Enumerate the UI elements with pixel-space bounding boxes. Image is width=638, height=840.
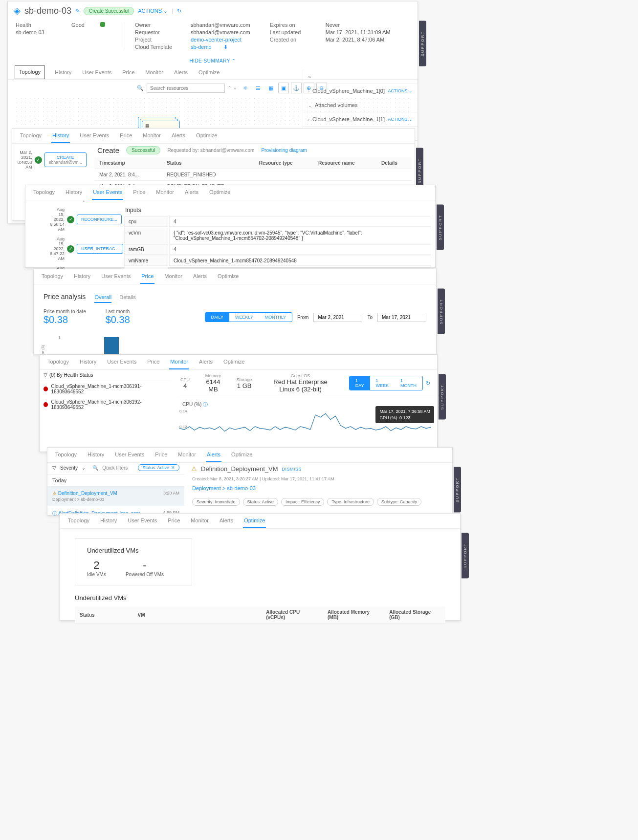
- template-link[interactable]: sb-demo: [191, 44, 212, 50]
- to-date-input[interactable]: [377, 313, 426, 322]
- collapse-up-icon[interactable]: ⌃: [50, 200, 118, 205]
- tab-optimize[interactable]: Optimize: [222, 355, 245, 369]
- support-tab[interactable]: SUPPORT: [439, 374, 446, 420]
- view-list-icon[interactable]: ☰: [253, 83, 264, 93]
- tab-monitor[interactable]: Monitor: [163, 269, 183, 284]
- tab-price[interactable]: Price: [154, 448, 168, 462]
- subtab-details[interactable]: Details: [119, 292, 136, 303]
- breadcrumb[interactable]: Deployment > sb-demo-03: [192, 485, 256, 491]
- tab-topology[interactable]: Topology: [41, 269, 64, 284]
- tab-topology[interactable]: Topology: [54, 448, 78, 462]
- tab-monitor[interactable]: Monitor: [177, 448, 197, 462]
- collapse-icon[interactable]: »: [303, 70, 418, 84]
- tab-user-events[interactable]: User Events: [81, 65, 112, 79]
- tab-alerts[interactable]: Alerts: [173, 65, 189, 79]
- tab-monitor[interactable]: Monitor: [155, 185, 175, 200]
- dismiss-button[interactable]: DISMISS: [282, 467, 302, 472]
- tab-history[interactable]: History: [54, 65, 72, 79]
- tab-history[interactable]: History: [87, 448, 105, 462]
- vm-item[interactable]: Cloud_vSphere_Machine_1-mcm306191-163093…: [40, 381, 172, 397]
- actions-menu[interactable]: ACTIONS ⌄: [138, 8, 168, 14]
- tab-optimize[interactable]: Optimize: [195, 129, 218, 143]
- edit-icon[interactable]: ✎: [75, 8, 80, 14]
- support-tab[interactable]: SUPPORT: [419, 21, 426, 66]
- tab-alerts[interactable]: Alerts: [192, 269, 208, 284]
- support-tab[interactable]: SUPPORT: [454, 467, 461, 513]
- support-tab[interactable]: SUPPORT: [437, 205, 444, 250]
- side-item[interactable]: ›Cloud_vSphere_Machine_1[0]ACTIONS ⌄: [303, 84, 418, 98]
- tab-user-events[interactable]: User Events: [79, 129, 110, 143]
- tab-optimize[interactable]: Optimize: [230, 448, 253, 462]
- vm-item[interactable]: Cloud_vSphere_Machine_1-mcm306192-163093…: [40, 397, 172, 412]
- event-item[interactable]: Aug 15, 2022,6:47:22 AM✓USER_INTERAC...: [50, 234, 118, 263]
- support-tab[interactable]: SUPPORT: [462, 533, 469, 579]
- owner-value: sbhandari@vmware.com: [191, 22, 250, 28]
- event-card[interactable]: CREATEsbhandari@vm...: [44, 152, 87, 167]
- tab-history[interactable]: History: [51, 129, 70, 143]
- side-item[interactable]: ›Cloud_vSphere_Machine_1[1]ACTIONS ⌄: [303, 112, 418, 127]
- view-graph-icon[interactable]: ⚛: [240, 83, 251, 93]
- tab-alerts[interactable]: Alerts: [206, 448, 221, 462]
- project-link[interactable]: demo-vcenter-project: [191, 37, 242, 43]
- tab-price[interactable]: Price: [167, 514, 181, 528]
- tab-topology[interactable]: Topology: [46, 355, 70, 369]
- tab-monitor[interactable]: Monitor: [169, 355, 189, 369]
- tab-optimize[interactable]: Optimize: [217, 269, 240, 284]
- tab-monitor[interactable]: Monitor: [142, 129, 162, 143]
- tab-price[interactable]: Price: [146, 355, 160, 369]
- download-icon[interactable]: ⬇: [223, 44, 228, 50]
- filter-chip[interactable]: Status: Active ✕: [138, 464, 179, 471]
- tab-history[interactable]: History: [79, 355, 97, 369]
- tab-user-events[interactable]: User Events: [100, 269, 132, 284]
- tab-monitor[interactable]: Monitor: [190, 514, 210, 528]
- subtab-overall[interactable]: Overall: [94, 292, 111, 303]
- tab-user-events[interactable]: User Events: [114, 448, 145, 462]
- tab-alerts[interactable]: Alerts: [184, 185, 199, 200]
- tab-user-events[interactable]: User Events: [106, 355, 137, 369]
- tab-price[interactable]: Price: [119, 129, 133, 143]
- poweredoff-count: -: [126, 559, 164, 572]
- anchor-icon[interactable]: ⚓: [291, 83, 302, 93]
- period-toggle[interactable]: DAILYWEEKLYMONTHLY: [205, 312, 293, 322]
- price-mtd: $0.38: [44, 314, 86, 325]
- tab-price[interactable]: Price: [140, 269, 154, 284]
- tab-user-events[interactable]: User Events: [127, 514, 158, 528]
- tab-history[interactable]: History: [73, 269, 91, 284]
- status-badge: Create Successful: [84, 7, 134, 15]
- price-title: Price analysis: [44, 293, 86, 301]
- view-grid-icon[interactable]: ▦: [265, 83, 276, 93]
- table-row[interactable]: Idle since Mar 09, 2021Cloud_vSphere_Mac…: [75, 624, 445, 626]
- tab-history[interactable]: History: [99, 514, 118, 528]
- refresh-icon[interactable]: ↻: [177, 8, 181, 14]
- health-filter[interactable]: ▽ (0) By Health Status: [40, 369, 172, 381]
- info-icon[interactable]: ⓘ: [203, 402, 208, 407]
- tab-topology[interactable]: Topology: [67, 514, 90, 528]
- support-tab[interactable]: SUPPORT: [438, 289, 445, 334]
- hide-summary-button[interactable]: HIDE SUMMARY ⌃: [8, 56, 418, 65]
- tab-topology[interactable]: Topology: [19, 129, 43, 143]
- alert-item[interactable]: ⚠ Definition_Deployment_VM3:20 AMDeploym…: [47, 487, 184, 506]
- tab-alerts[interactable]: Alerts: [198, 355, 214, 369]
- tab-optimize[interactable]: Optimize: [198, 65, 220, 79]
- filter-icon[interactable]: ▽: [52, 465, 56, 471]
- time-range-toggle[interactable]: 1 DAY1 WEEK1 MONTH: [349, 376, 423, 390]
- tab-optimize[interactable]: Optimize: [243, 514, 266, 528]
- tab-history[interactable]: History: [65, 185, 83, 200]
- event-item[interactable]: Aug 15, 2022,6:58:14 AM✓RECONFIGURE...: [50, 205, 118, 234]
- tab-topology[interactable]: Topology: [15, 65, 45, 79]
- provisioning-link[interactable]: Provisioning diagram: [261, 148, 307, 153]
- side-item[interactable]: ⌄Attached volumes: [303, 98, 418, 112]
- tab-alerts[interactable]: Alerts: [219, 514, 234, 528]
- tab-topology[interactable]: Topology: [32, 185, 56, 200]
- tab-monitor[interactable]: Monitor: [144, 65, 164, 79]
- search-input[interactable]: [147, 84, 225, 93]
- tab-optimize[interactable]: Optimize: [208, 185, 231, 200]
- tab-price[interactable]: Price: [121, 65, 135, 79]
- tab-alerts[interactable]: Alerts: [171, 129, 186, 143]
- from-date-input[interactable]: [313, 313, 362, 322]
- fit-icon[interactable]: ▣: [278, 83, 289, 93]
- tab-user-events[interactable]: User Events: [92, 185, 123, 200]
- tab-price[interactable]: Price: [132, 185, 146, 200]
- refresh-icon[interactable]: ↻: [426, 380, 430, 387]
- table-row[interactable]: Mar 2, 2021, 8:4...REQUEST_FINISHED: [94, 169, 412, 181]
